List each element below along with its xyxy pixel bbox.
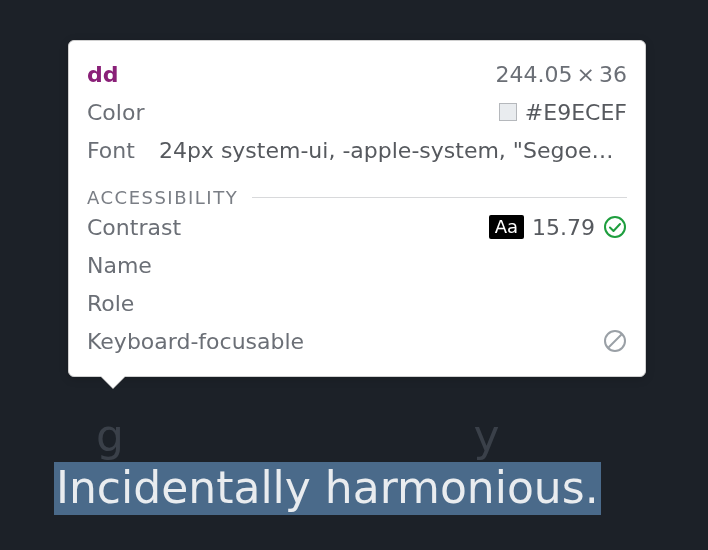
contrast-value-group: Aa 15.79 [489, 215, 627, 240]
check-circle-icon [603, 215, 627, 239]
role-label: Role [87, 291, 134, 316]
element-header-row: dd 244.05×36 [87, 55, 627, 93]
element-tag-name: dd [87, 62, 119, 87]
element-inspector-tooltip: dd 244.05×36 Color #E9ECEF Font 24px sys… [68, 40, 646, 377]
svg-line-2 [608, 334, 622, 348]
accessibility-heading: Accessibility [87, 187, 238, 208]
times-symbol: × [573, 62, 599, 87]
keyboard-focusable-label: Keyboard-focusable [87, 329, 304, 354]
background-obscured-text: g y [54, 410, 500, 461]
font-label: Font [87, 138, 135, 163]
color-label: Color [87, 100, 144, 125]
section-divider [252, 197, 627, 198]
name-label: Name [87, 253, 152, 278]
color-row: Color #E9ECEF [87, 93, 627, 131]
contrast-value: 15.79 [532, 215, 595, 240]
color-value-group: #E9ECEF [499, 100, 627, 125]
element-dimensions: 244.05×36 [496, 62, 627, 87]
font-value: 24px system-ui, -apple-system, "Segoe… [159, 138, 627, 163]
name-row: Name [87, 246, 627, 284]
color-value: #E9ECEF [525, 100, 627, 125]
contrast-label: Contrast [87, 215, 181, 240]
font-row: Font 24px system-ui, -apple-system, "Seg… [87, 131, 627, 169]
prohibited-icon [603, 329, 627, 353]
contrast-row: Contrast Aa 15.79 [87, 208, 627, 246]
element-width: 244.05 [496, 62, 573, 87]
role-row: Role [87, 284, 627, 322]
color-swatch-icon [499, 103, 517, 121]
keyboard-focusable-value [603, 329, 627, 353]
contrast-sample-chip: Aa [489, 215, 524, 239]
highlighted-dd-text[interactable]: Incidentally harmonious. [54, 462, 601, 515]
accessibility-section-header: Accessibility [87, 187, 627, 208]
keyboard-focusable-row: Keyboard-focusable [87, 322, 627, 360]
element-height: 36 [599, 62, 627, 87]
svg-point-0 [605, 217, 625, 237]
